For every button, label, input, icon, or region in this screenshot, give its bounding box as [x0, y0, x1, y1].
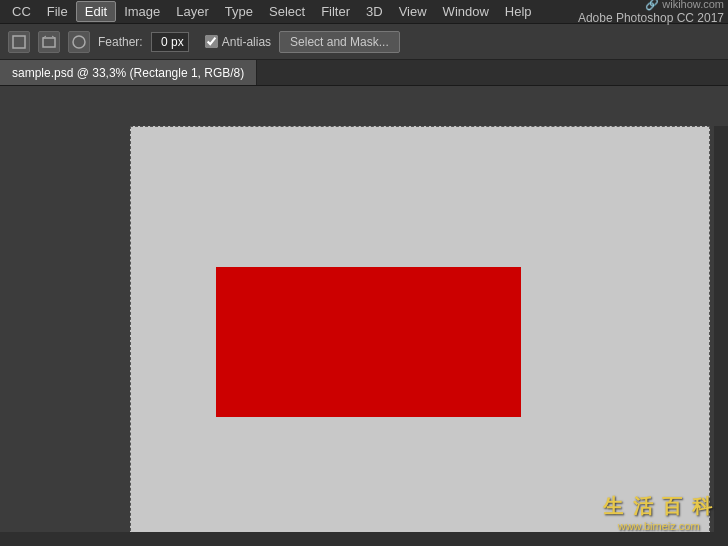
tabbar: sample.psd @ 33,3% (Rectangle 1, RGB/8) [0, 60, 728, 86]
menubar: CC File Edit Image Layer Type Select Fil… [0, 0, 728, 24]
antialias-label: Anti-alias [222, 35, 271, 49]
menu-layer[interactable]: Layer [168, 2, 217, 21]
antialias-checkbox[interactable] [205, 35, 218, 48]
menu-edit[interactable]: Edit [76, 1, 116, 22]
select-and-mask-button[interactable]: Select and Mask... [279, 31, 400, 53]
scrollbar-horizontal[interactable] [0, 532, 714, 546]
tool-icon-1[interactable] [8, 31, 30, 53]
scrollbar-vertical[interactable] [714, 126, 728, 546]
canvas-document [130, 126, 710, 546]
link-icon: 🔗 [645, 0, 659, 10]
tool-icon-3[interactable] [68, 31, 90, 53]
antialias-control[interactable]: Anti-alias [205, 35, 271, 49]
menu-image[interactable]: Image [116, 2, 168, 21]
menu-type[interactable]: Type [217, 2, 261, 21]
options-toolbar: Feather: Anti-alias Select and Mask... [0, 24, 728, 60]
svg-point-4 [73, 36, 85, 48]
menu-filter[interactable]: Filter [313, 2, 358, 21]
feather-label: Feather: [98, 35, 143, 49]
content-area: 生 活 百 科 www.bimeiz.com [0, 86, 728, 546]
tool-icon-2[interactable] [38, 31, 60, 53]
svg-rect-0 [13, 36, 25, 48]
red-rectangle [216, 267, 521, 417]
menu-cc[interactable]: CC [4, 2, 39, 21]
document-tab[interactable]: sample.psd @ 33,3% (Rectangle 1, RGB/8) [0, 60, 257, 85]
menu-view[interactable]: View [391, 2, 435, 21]
app-title: Adobe Photoshop CC 2017 [578, 11, 724, 27]
canvas-area: 生 活 百 科 www.bimeiz.com [0, 86, 728, 546]
menu-3d[interactable]: 3D [358, 2, 391, 21]
menu-select[interactable]: Select [261, 2, 313, 21]
menu-file[interactable]: File [39, 2, 76, 21]
menu-help[interactable]: Help [497, 2, 540, 21]
feather-input[interactable] [151, 32, 189, 52]
menu-window[interactable]: Window [435, 2, 497, 21]
watermark-url: 🔗 wikihow.com [578, 0, 724, 11]
svg-rect-1 [43, 38, 55, 47]
